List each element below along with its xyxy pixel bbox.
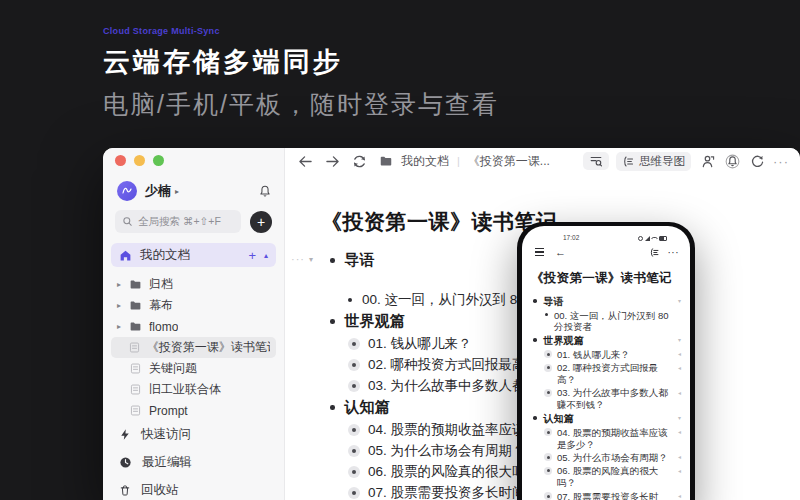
phone-toggle-bullet-icon [544,492,552,500]
phone-toggle-bullet-icon [544,350,552,358]
sidebar-item-quick-access[interactable]: 快速访问 [111,420,276,448]
phone-back-button[interactable]: ← [555,246,566,258]
heading-bullet-icon [330,258,335,263]
tree-item[interactable]: ▸ 关键问题 [111,358,276,379]
alarm-icon [638,236,643,241]
phone-toggle-bullet-icon [544,364,552,372]
phone-doc-blocks: 导语 00. 这一回，从门外汉到 80 分投资者 世界观篇 [531,294,681,500]
folder-icon [129,320,142,333]
sidebar-item-my-docs[interactable]: 我的文档 + ▴ [111,243,276,267]
hero-subtitle: 电脑/手机/平板，随时登录与查看 [103,88,499,121]
zoom-window-button[interactable] [153,155,164,166]
mindmap-label: 思维导图 [639,154,685,169]
add-page-icon[interactable]: + [248,248,256,263]
tree-item-label: 关键问题 [149,360,197,377]
phone-bullet-icon [545,313,548,316]
expand-caret-icon[interactable]: ▸ [117,301,129,310]
breadcrumb-doc[interactable]: 《投资第一课... [468,153,550,170]
phone-doc-block[interactable]: 认知篇 [531,411,681,425]
phone-toggle-bullet-icon [544,428,552,436]
tree-item[interactable]: ▸ 《投资第一课》读书笔记 [111,337,276,358]
share-button[interactable] [698,152,716,170]
phone-mindmap-icon[interactable] [649,247,660,258]
phone-appbar: ← ··· [531,241,681,263]
notifications-button[interactable] [723,152,741,170]
forward-button[interactable] [323,152,341,170]
breadcrumb-root[interactable]: 我的文档 [401,153,449,170]
toggle-bullet-icon[interactable] [348,445,360,457]
phone-doc-block[interactable]: 07. 股票需要投资多长时间？ [531,489,681,500]
more-button[interactable]: ··· [773,154,789,169]
phone-more-button[interactable]: ··· [668,247,680,258]
sidebar-item-trash[interactable]: 回收站 [111,476,276,500]
tree-item[interactable]: ▸ Prompt [111,400,276,421]
phone-doc-block[interactable]: 01. 钱从哪儿来？ [531,347,681,360]
phone-doc-block[interactable]: 04. 股票的预期收益率应该是多少？ [531,425,681,450]
phone-mockup: 17:02 ← ··· 《投资第一课》读书笔记 [517,222,695,500]
hero-section: Cloud Storage Multi-Sync 云端存储多端同步 电脑/手机/… [103,26,499,121]
phone-block-text: 世界观篇 [544,335,584,348]
plus-icon: + [257,214,265,230]
phone-doc-block[interactable]: 03. 为什么故事中多数人都赚不到钱？ [531,386,681,411]
tree-item[interactable]: ▸ flomo [111,316,276,337]
toolbar: 我的文档 | 《投资第一课... 思维导图 [285,148,800,174]
hero-tag: Cloud Storage Multi-Sync [103,26,499,36]
tree-item[interactable]: ▸ 幕布 [111,295,276,316]
collapse-icon[interactable]: ▴ [264,251,268,260]
tree-item-label: 《投资第一课》读书笔记 [147,339,270,356]
expand-caret-icon[interactable]: ▸ [117,322,129,331]
toggle-bullet-icon[interactable] [348,380,360,392]
hero-title: 云端存储多端同步 [103,44,499,80]
folder-icon [129,278,142,291]
phone-doc-block[interactable]: 06. 股票的风险真的很大吗？ [531,464,681,489]
user-menu[interactable]: 少楠 ▸ [117,180,272,202]
heading-bullet-icon [330,319,335,324]
mindmap-button[interactable]: 思维导图 [616,152,691,171]
menu-icon[interactable] [535,251,544,252]
back-button[interactable] [296,152,314,170]
page-icon [129,383,142,396]
drag-handle-icon[interactable]: ··· [291,253,305,265]
toggle-bullet-icon[interactable] [348,466,360,478]
breadcrumb-divider: | [457,155,460,167]
collapse-caret-icon[interactable]: ▾ [309,255,313,264]
refresh-button[interactable] [350,152,368,170]
notifications-icon [725,154,740,169]
phone-doc-block[interactable]: 02. 哪种投资方式回报最高？ [531,361,681,386]
sync-button[interactable] [748,152,766,170]
doc-tree: ▸ 归档 ▸ 幕布 [111,274,276,421]
page: Cloud Storage Multi-Sync 云端存储多端同步 电脑/手机/… [0,0,800,500]
phone-doc-block[interactable]: 世界观篇 [531,333,681,347]
close-window-button[interactable] [115,155,126,166]
phone-screen: 17:02 ← ··· 《投资第一课》读书笔记 [522,226,690,500]
toggle-bullet-icon[interactable] [348,338,360,350]
tree-item[interactable]: ▸ 归档 [111,274,276,295]
phone-block-text: 07. 股票需要投资多长时间？ [557,491,673,500]
block-text: 01. 钱从哪儿来？ [368,335,472,353]
phone-toggle-bullet-icon [544,467,552,475]
toggle-bullet-icon[interactable] [348,487,360,499]
heading-text: 世界观篇 [345,312,405,331]
tree-item-label: 归档 [149,276,173,293]
notifications-bell-button[interactable] [258,184,272,198]
minimize-window-button[interactable] [134,155,145,166]
phone-block-text: 05. 为什么市场会有周期？ [557,452,668,464]
tree-item-label: 旧工业联合体 [149,381,221,398]
global-search-input[interactable]: 全局搜索 ⌘+⇧+F [115,210,241,233]
phone-block-text: 02. 哪种投资方式回报最高？ [557,362,673,386]
tree-item[interactable]: ▸ 旧工业联合体 [111,379,276,400]
phone-doc-block[interactable]: 导语 [531,294,681,308]
phone-heading-bullet-icon [533,338,537,342]
new-doc-button[interactable]: + [250,211,272,233]
phone-block-text: 03. 为什么故事中多数人都赚不到钱？ [557,387,673,411]
toggle-bullet-icon[interactable] [348,359,360,371]
toggle-bullet-icon[interactable] [348,424,360,436]
phone-toggle-bullet-icon [544,389,552,397]
sidebar-item-recent-edits[interactable]: 最近编辑 [111,448,276,476]
trash-label: 回收站 [141,482,179,499]
phone-doc-block[interactable]: 00. 这一回，从门外汉到 80 分投资者 [531,308,681,333]
window-controls [115,155,164,166]
phone-doc-block[interactable]: 05. 为什么市场会有周期？ [531,450,681,463]
search-in-doc-button[interactable] [583,152,609,170]
expand-caret-icon[interactable]: ▸ [117,280,129,289]
